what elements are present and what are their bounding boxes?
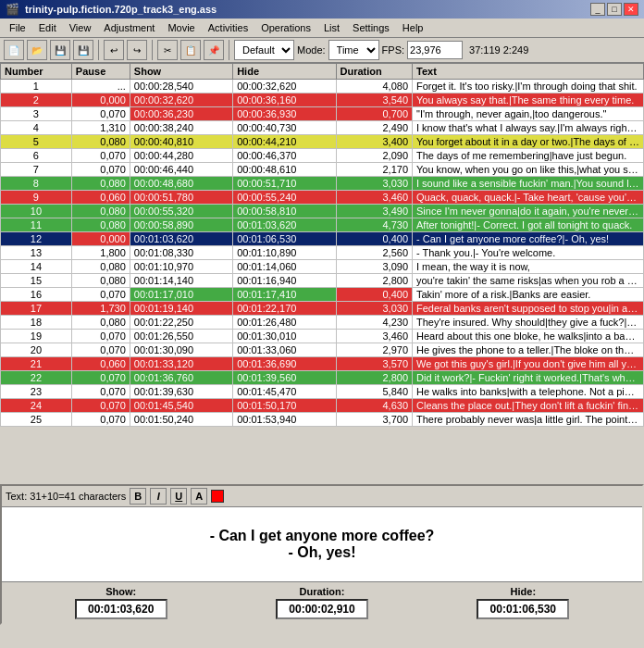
cell-pause: 0,070	[71, 385, 130, 399]
cell-hide: 00:00:55,240	[233, 191, 336, 205]
cell-duration: 3,030	[336, 177, 412, 191]
menu-item-edit[interactable]: Edit	[33, 20, 62, 35]
subtitle-table-container[interactable]: Number Pause Show Hide Duration Text 1 .…	[0, 63, 644, 484]
cut-icon[interactable]: ✂	[157, 40, 178, 60]
table-row[interactable]: 17 1,730 00:01:19,140 00:01:22,170 3,030…	[1, 302, 644, 316]
underline-button[interactable]: U	[170, 488, 187, 505]
window-title: trinity-pulp.fiction.720p_track3_eng.ass	[25, 4, 217, 15]
menu-item-settings[interactable]: Settings	[347, 20, 395, 35]
col-pause: Pause	[71, 64, 130, 80]
table-row[interactable]: 19 0,070 00:01:26,550 00:01:30,010 3,460…	[1, 330, 644, 343]
cell-hide: 00:01:17,410	[233, 288, 336, 302]
cell-text: I know that's what I always say.|I'm alw…	[413, 121, 644, 135]
cell-text: I sound like a sensible fuckin' man.|You…	[413, 177, 644, 191]
table-row[interactable]: 4 1,310 00:00:38,240 00:00:40,730 2,490 …	[1, 121, 644, 135]
table-row[interactable]: 22 0,070 00:01:36,760 00:01:39,560 2,800…	[1, 371, 644, 385]
menu-item-operations[interactable]: Operations	[255, 20, 316, 35]
cell-duration: 3,540	[336, 93, 412, 107]
menu-item-movie[interactable]: Movie	[162, 20, 200, 35]
subtitle-table: Number Pause Show Hide Duration Text 1 .…	[0, 63, 644, 427]
save-icon[interactable]: 💾	[50, 40, 70, 60]
show-time-input[interactable]	[75, 599, 167, 619]
cell-duration: 0,400	[336, 232, 412, 246]
cell-hide: 00:01:14,060	[233, 260, 336, 274]
table-row[interactable]: 11 0,080 00:00:58,890 00:01:03,620 4,730…	[1, 218, 644, 232]
mode-dropdown[interactable]: Time	[328, 40, 379, 60]
open-icon[interactable]: 📂	[27, 40, 47, 60]
menu-item-adjustment[interactable]: Adjustment	[98, 20, 160, 35]
italic-button[interactable]: I	[150, 488, 167, 505]
hide-time-input[interactable]	[477, 599, 569, 619]
table-row[interactable]: 24 0,070 00:01:45,540 00:01:50,170 4,630…	[1, 399, 644, 413]
redo-icon[interactable]: ↪	[127, 40, 147, 60]
table-row[interactable]: 8 0,080 00:00:48,680 00:00:51,710 3,030 …	[1, 177, 644, 191]
minimize-button[interactable]: _	[590, 3, 605, 16]
cell-show: 00:01:17,010	[130, 288, 232, 302]
cell-number: 19	[1, 330, 72, 343]
cell-hide: 00:01:53,940	[233, 413, 336, 427]
table-row[interactable]: 7 0,070 00:00:46,440 00:00:48,610 2,170 …	[1, 163, 644, 177]
paste-icon[interactable]: 📌	[204, 40, 224, 60]
undo-icon[interactable]: ↩	[104, 40, 124, 60]
sep3	[229, 40, 229, 60]
cell-pause: 0,080	[71, 316, 130, 330]
table-row[interactable]: 25 0,070 00:01:50,240 00:01:53,940 3,700…	[1, 413, 644, 427]
color-button[interactable]: A	[191, 488, 207, 505]
table-row[interactable]: 9 0,060 00:00:51,780 00:00:55,240 3,460 …	[1, 191, 644, 205]
cell-pause: 0,070	[71, 343, 130, 357]
cell-pause: 0,070	[71, 399, 130, 413]
maximize-button[interactable]: □	[607, 3, 622, 16]
duration-time-input[interactable]	[276, 599, 368, 619]
table-row[interactable]: 13 1,800 00:01:08,330 00:01:10,890 2,560…	[1, 246, 644, 260]
cell-duration: 2,800	[336, 274, 412, 288]
cell-duration: 0,400	[336, 288, 412, 302]
color-picker[interactable]	[211, 490, 224, 503]
cell-number: 13	[1, 246, 72, 260]
table-row[interactable]: 18 0,080 00:01:22,250 00:01:26,480 4,230…	[1, 316, 644, 330]
save-as-icon[interactable]: 💾	[73, 40, 93, 60]
bold-button[interactable]: B	[130, 488, 146, 505]
style-dropdown[interactable]: Default	[234, 40, 294, 60]
cell-number: 9	[1, 191, 72, 205]
fps-input[interactable]	[407, 41, 463, 59]
cell-show: 00:01:45,540	[130, 399, 232, 413]
table-row[interactable]: 23 0,070 00:01:39,630 00:01:45,470 5,840…	[1, 385, 644, 399]
table-row[interactable]: 14 0,080 00:01:10,970 00:01:14,060 3,090…	[1, 260, 644, 274]
table-row[interactable]: 5 0,080 00:00:40,810 00:00:44,210 3,400 …	[1, 135, 644, 149]
table-row[interactable]: 2 0,000 00:00:32,620 00:00:36,160 3,540 …	[1, 93, 644, 107]
cell-show: 00:00:55,320	[130, 205, 232, 218]
preview-line-1: - Can I get anyone more coffee?	[210, 528, 435, 544]
menu-item-activities[interactable]: Activities	[203, 20, 254, 35]
close-button[interactable]: ✕	[624, 3, 638, 16]
cell-duration: 3,490	[336, 205, 412, 218]
cell-hide: 00:00:46,370	[233, 149, 336, 163]
menu-item-list[interactable]: List	[318, 20, 345, 35]
copy-icon[interactable]: 📋	[180, 40, 201, 60]
menu-item-view[interactable]: View	[64, 20, 97, 35]
new-icon[interactable]: 📄	[4, 40, 24, 60]
menu-item-file[interactable]: File	[4, 20, 31, 35]
table-row[interactable]: 1 ... 00:00:28,540 00:00:32,620 4,080 Fo…	[1, 80, 644, 93]
table-row[interactable]: 16 0,070 00:01:17,010 00:01:17,410 0,400…	[1, 288, 644, 302]
cell-pause: 0,070	[71, 371, 130, 385]
cell-text: - Can I get anyone more coffee?|- Oh, ye…	[413, 232, 644, 246]
col-text: Text	[413, 64, 644, 80]
table-row[interactable]: 20 0,070 00:01:30,090 00:01:33,060 2,970…	[1, 343, 644, 357]
menu-item-help[interactable]: Help	[397, 20, 429, 35]
table-row[interactable]: 21 0,060 00:01:33,120 00:01:36,690 3,570…	[1, 357, 644, 371]
table-row[interactable]: 12 0,000 00:01:03,620 00:01:06,530 0,400…	[1, 232, 644, 246]
table-row[interactable]: 6 0,070 00:00:44,280 00:00:46,370 2,090 …	[1, 149, 644, 163]
cell-number: 16	[1, 288, 72, 302]
cell-duration: 2,170	[336, 163, 412, 177]
cell-pause: 0,070	[71, 107, 130, 121]
window-controls[interactable]: _ □ ✕	[590, 3, 638, 16]
table-row[interactable]: 10 0,080 00:00:55,320 00:00:58,810 3,490…	[1, 205, 644, 218]
toolbar: 📄 📂 💾 💾 ↩ ↪ ✂ 📋 📌 Default Mode: Time FPS…	[0, 38, 644, 63]
table-row[interactable]: 3 0,070 00:00:36,230 00:00:36,930 0,700 …	[1, 107, 644, 121]
subtitle-preview: - Can I get anyone more coffee? - Oh, ye…	[2, 507, 642, 581]
bottom-panel: Text: 31+10=41 characters B I U A - Can …	[0, 484, 644, 625]
table-row[interactable]: 15 0,080 00:01:14,140 00:01:16,940 2,800…	[1, 274, 644, 288]
cell-duration: 5,840	[336, 385, 412, 399]
show-label: Show:	[105, 586, 136, 597]
cell-duration: 2,560	[336, 246, 412, 260]
